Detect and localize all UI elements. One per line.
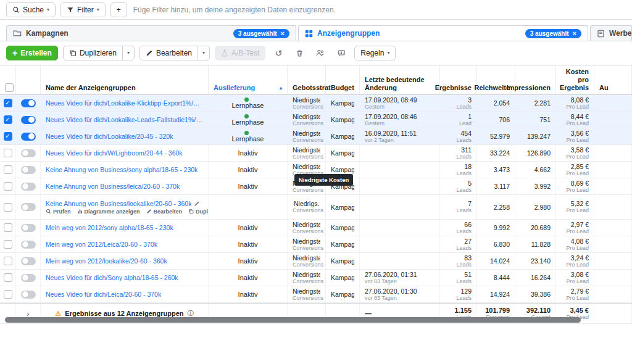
- bid-strategy: Niedrigste…: [293, 113, 320, 120]
- scrollbar-thumb[interactable]: [5, 317, 581, 323]
- view-charts-action[interactable]: Diagramme anzeigen: [77, 209, 140, 215]
- adset-name-link[interactable]: Neues Video für dich/Lookalike-Klicktipp…: [46, 99, 203, 107]
- toggle-knob: [28, 117, 35, 123]
- row-checkbox[interactable]: ✓: [4, 240, 12, 249]
- results-sub: Leads: [456, 154, 472, 160]
- row-toggle[interactable]: [21, 116, 36, 124]
- adset-name-link[interactable]: Keine Ahnung von Business/sony alpha/18-…: [46, 166, 198, 173]
- adset-name-link[interactable]: Mein weg von 2012/lookalike/20-60 - 360k: [46, 257, 167, 265]
- tab-kampagnen[interactable]: Kampagnen 3 ausgewählt ×: [6, 25, 296, 41]
- info-icon[interactable]: ⓘ: [188, 309, 194, 318]
- rules-button[interactable]: Regeln ▾: [354, 46, 396, 60]
- table-row[interactable]: ✓ Keine Ahnung von Business/lookalike/20…: [0, 195, 632, 220]
- row-checkbox[interactable]: ✓: [4, 273, 12, 282]
- col-budget[interactable]: Budget: [326, 65, 360, 94]
- row-checkbox[interactable]: ✓: [4, 115, 12, 124]
- adset-name-link[interactable]: Neues Video für dich/Lookalike-Leads-Fal…: [46, 116, 203, 123]
- row-toggle[interactable]: [21, 224, 36, 232]
- impressions-value: 16.264: [531, 274, 551, 281]
- row-checkbox[interactable]: ✓: [4, 132, 12, 141]
- row-toggle[interactable]: [21, 291, 36, 299]
- table-row[interactable]: ✓ Mein weg von 2012/sony alpha/18-65 - 2…: [0, 220, 632, 236]
- adset-name-link[interactable]: Neues Video für dich/W/Lightroom/20-44 -…: [46, 149, 183, 157]
- pencil-icon: [146, 49, 153, 57]
- close-icon[interactable]: ×: [573, 30, 576, 37]
- row-toggle[interactable]: [21, 241, 36, 249]
- row-checkbox[interactable]: ✓: [4, 203, 12, 212]
- audience-button[interactable]: [312, 46, 328, 60]
- add-filter-button[interactable]: +: [110, 2, 127, 17]
- row-toggle[interactable]: [21, 133, 36, 141]
- edit-caret-button[interactable]: ▾: [198, 46, 209, 60]
- duplicate-caret-button[interactable]: ▾: [122, 46, 134, 60]
- create-button[interactable]: + Erstellen: [6, 46, 58, 60]
- results-sub: Leads: [456, 137, 472, 144]
- adset-name-link[interactable]: Keine Ahnung von Business/leica/20-60 - …: [46, 183, 180, 190]
- select-all-checkbox[interactable]: ✓: [5, 83, 14, 92]
- results-sub: Lead: [459, 120, 472, 127]
- edit-button[interactable]: Bearbeiten ▾: [139, 46, 210, 60]
- adset-name-link[interactable]: Neues Video für dich/Leica/20-60 - 370k: [46, 291, 161, 298]
- col-cutoff[interactable]: Au: [594, 65, 632, 94]
- filter-button[interactable]: Filter ▾: [60, 2, 106, 17]
- col-name[interactable]: Name der Anzeigengruppen: [41, 65, 209, 94]
- row-checkbox[interactable]: ✓: [4, 165, 12, 174]
- search-button[interactable]: Suche ▾: [6, 2, 56, 17]
- row-toggle[interactable]: [21, 203, 36, 211]
- row-toggle[interactable]: [21, 257, 36, 265]
- row-toggle[interactable]: [21, 99, 36, 107]
- adset-name-link[interactable]: Mein weg von 2012/Leica/20-60 - 370k: [46, 241, 157, 248]
- selected-count-badge[interactable]: 3 ausgewählt ×: [233, 29, 289, 38]
- reach-value: 33.224: [490, 149, 510, 157]
- table-row[interactable]: ✓ Neues Video für dich/Leica/20-60 - 370…: [0, 286, 632, 303]
- col-bid-strategy[interactable]: Gebotsstrat: [288, 65, 326, 94]
- inspect-action[interactable]: Prüfen: [46, 209, 71, 215]
- col-last-change[interactable]: Letzte bedeutende Änderung: [360, 65, 440, 94]
- duplicate-button[interactable]: Duplizieren ▾: [63, 46, 135, 60]
- table-row[interactable]: ✓ Neues Video für dich/Lookalike/20-45 -…: [0, 128, 632, 145]
- row-checkbox[interactable]: ✓: [4, 99, 12, 107]
- table-row[interactable]: ✓ Mein weg von 2012/Leica/20-60 - 370k I…: [0, 236, 632, 253]
- col-impressions[interactable]: Impressionen: [515, 65, 556, 94]
- duplicate-action[interactable]: Duplizieren: [188, 209, 209, 215]
- impressions-value: 2.980: [534, 204, 551, 211]
- adset-name-link[interactable]: Keine Ahnung von Business/lookalike/20-6…: [46, 200, 191, 207]
- budget-value: Kampagn…: [331, 99, 354, 107]
- adset-name-link[interactable]: Mein weg von 2012/sony alpha/18-65 - 230…: [46, 224, 173, 231]
- row-checkbox[interactable]: ✓: [4, 223, 12, 232]
- row-checkbox[interactable]: ✓: [4, 290, 12, 299]
- reach-value: 9.992: [494, 224, 510, 231]
- row-checkbox[interactable]: ✓: [4, 149, 12, 157]
- row-toggle[interactable]: [21, 149, 36, 157]
- chart-button[interactable]: [333, 46, 349, 60]
- col-results[interactable]: Ergebnisse: [440, 65, 477, 94]
- row-toggle[interactable]: [21, 183, 36, 191]
- row-toggle[interactable]: [21, 274, 36, 282]
- row-checkbox[interactable]: ✓: [4, 182, 12, 191]
- results-value: 7: [468, 200, 472, 207]
- adset-name-link[interactable]: Neues Video für dich/Lookalike/20-45 - 3…: [46, 133, 173, 140]
- tab-werbeanzeigen[interactable]: Werbeanz: [590, 25, 632, 41]
- col-cost-per-result[interactable]: Kosten pro Ergebnis: [556, 65, 594, 94]
- close-icon[interactable]: ×: [281, 30, 285, 37]
- row-checkbox[interactable]: ✓: [4, 257, 12, 265]
- delivery-status: Inaktiv: [238, 274, 258, 281]
- table-row[interactable]: ✓ Neues Video für dich/Lookalike-Klickti…: [0, 95, 632, 112]
- col-delivery[interactable]: Auslieferung▴: [209, 65, 288, 94]
- undo-button[interactable]: ↺: [270, 46, 286, 60]
- row-toggle[interactable]: [21, 166, 36, 174]
- adset-name-link[interactable]: Neues Video für dich/Sony alpha/18-65 - …: [46, 274, 178, 281]
- table-row[interactable]: ✓ Mein weg von 2012/lookalike/20-60 - 36…: [0, 253, 632, 270]
- people-icon: [316, 49, 325, 57]
- delete-button[interactable]: [291, 46, 307, 60]
- results-value: 3: [468, 96, 472, 104]
- table-row[interactable]: ✓ Neues Video für dich/W/Lightroom/20-44…: [0, 145, 632, 162]
- tab-anzeigengruppen[interactable]: Anzeigengruppen 3 ausgewählt ×: [298, 25, 588, 41]
- toggle-knob: [22, 258, 28, 264]
- edit-action[interactable]: Bearbeiten: [146, 209, 183, 215]
- selected-count-badge[interactable]: 3 ausgewählt ×: [525, 29, 581, 38]
- table-row[interactable]: ✓ Neues Video für dich/Sony alpha/18-65 …: [0, 270, 632, 286]
- name-edit-icon[interactable]: [194, 201, 200, 207]
- table-row[interactable]: ✓ Neues Video für dich/Lookalike-Leads-F…: [0, 112, 632, 128]
- horizontal-scrollbar[interactable]: [0, 317, 632, 324]
